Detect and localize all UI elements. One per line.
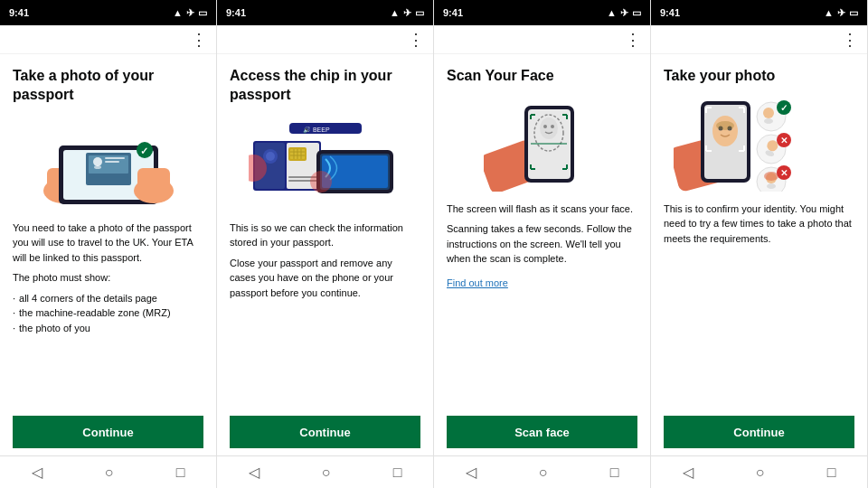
- status-icons-1: ▲ ✈ ▭: [173, 7, 207, 19]
- more-options-icon[interactable]: ⋮: [191, 32, 207, 48]
- screen-title-4: Take your photo: [664, 67, 854, 86]
- find-out-more-link[interactable]: Find out more: [447, 276, 508, 291]
- signal-icon-2: ✈: [403, 7, 411, 19]
- svg-text:✓: ✓: [140, 145, 148, 156]
- svg-rect-8: [105, 157, 125, 159]
- svg-point-24: [266, 152, 275, 161]
- bullet-list-1: all 4 corners of the details page the ma…: [13, 291, 203, 336]
- status-bar-4: 9:41 ▲ ✈ ▭: [651, 0, 867, 25]
- body-para-1-1: The photo must show:: [13, 270, 203, 286]
- more-options-icon-4[interactable]: ⋮: [842, 32, 858, 48]
- continue-button-2[interactable]: Continue: [230, 416, 420, 448]
- body-para-2-1: Close your passport and remove any cases…: [230, 256, 420, 301]
- svg-rect-11: [89, 180, 128, 182]
- home-nav-3[interactable]: ○: [539, 465, 548, 481]
- recents-nav-3[interactable]: □: [610, 465, 619, 481]
- home-nav-1[interactable]: ○: [105, 465, 114, 481]
- body-para-3-0: The screen will flash as it scans your f…: [447, 202, 637, 217]
- svg-rect-10: [89, 176, 128, 178]
- svg-text:✓: ✓: [780, 103, 788, 113]
- screen-title-1: Take a photo of your passport: [13, 67, 203, 105]
- status-icons-3: ▲ ✈ ▭: [607, 7, 641, 19]
- svg-point-41: [540, 117, 558, 139]
- battery-icon: ▭: [198, 7, 207, 19]
- svg-point-43: [551, 125, 554, 128]
- continue-button-1[interactable]: Continue: [13, 416, 203, 448]
- svg-point-65: [764, 172, 778, 181]
- battery-icon-3: ▭: [632, 7, 641, 19]
- status-icons-4: ▲ ✈ ▭: [824, 7, 858, 19]
- signal-icon: ✈: [186, 7, 194, 19]
- svg-rect-9: [105, 161, 119, 163]
- nav-bar-3: ◁ ○ □: [434, 455, 650, 488]
- content-4: Take your photo: [651, 54, 867, 455]
- wifi-icon-3: ▲: [607, 7, 617, 18]
- body-para-1-0: You need to take a photo of the passport…: [13, 221, 203, 266]
- menu-bar-1: ⋮: [0, 25, 216, 54]
- svg-point-51: [716, 121, 734, 130]
- time-4: 9:41: [660, 7, 680, 18]
- status-icons-2: ▲ ✈ ▭: [390, 7, 424, 19]
- battery-icon-2: ▭: [415, 7, 424, 19]
- panel-chip: 9:41 ▲ ✈ ▭ ⋮ Access the chip in your pas…: [217, 0, 434, 488]
- nav-bar-1: ◁ ○ □: [0, 455, 216, 488]
- recents-nav-2[interactable]: □: [393, 465, 402, 481]
- status-bar-3: 9:41 ▲ ✈ ▭: [434, 0, 650, 25]
- nav-bar-4: ◁ ○ □: [651, 455, 867, 488]
- wifi-icon-2: ▲: [390, 7, 400, 18]
- bullet-1-2: the photo of you: [13, 321, 203, 336]
- content-3: Scan Your Face: [434, 54, 650, 455]
- more-options-icon-3[interactable]: ⋮: [625, 32, 641, 48]
- illustration-passport: ✓: [13, 114, 203, 213]
- svg-text:🔊 BEEP: 🔊 BEEP: [303, 126, 330, 134]
- body-text-4: This is to confirm your identity. You mi…: [664, 202, 854, 410]
- home-nav-4[interactable]: ○: [756, 465, 765, 481]
- signal-icon-3: ✈: [620, 7, 628, 19]
- body-para-4-0: This is to confirm your identity. You mi…: [664, 202, 854, 247]
- svg-point-54: [764, 118, 773, 124]
- menu-bar-4: ⋮: [651, 25, 867, 54]
- panel-photo: 9:41 ▲ ✈ ▭ ⋮ Take your photo: [651, 0, 868, 488]
- back-nav-4[interactable]: ◁: [683, 464, 693, 481]
- time-1: 9:41: [9, 7, 29, 18]
- bullet-1-0: all 4 corners of the details page: [13, 291, 203, 306]
- signal-icon-4: ✈: [837, 7, 845, 19]
- svg-point-36: [310, 171, 332, 192]
- body-para-2-0: This is so we can check the information …: [230, 221, 420, 250]
- back-nav-2[interactable]: ◁: [249, 464, 259, 481]
- body-text-1: You need to take a photo of the passport…: [13, 221, 203, 410]
- status-bar-1: 9:41 ▲ ✈ ▭: [0, 0, 216, 25]
- recents-nav-1[interactable]: □: [176, 465, 185, 481]
- body-text-2: This is so we can check the information …: [230, 221, 420, 410]
- content-1: Take a photo of your passport: [0, 54, 216, 455]
- svg-point-42: [543, 125, 547, 128]
- menu-bar-2: ⋮: [217, 25, 433, 54]
- menu-bar-3: ⋮: [434, 25, 650, 54]
- back-nav-3[interactable]: ◁: [466, 464, 476, 481]
- illustration-face: [447, 95, 637, 194]
- wifi-icon-4: ▲: [824, 7, 834, 18]
- svg-text:✕: ✕: [780, 168, 788, 178]
- body-text-3: The screen will flash as it scans your f…: [447, 202, 637, 410]
- continue-button-4[interactable]: Continue: [664, 416, 854, 448]
- time-3: 9:41: [443, 7, 463, 18]
- svg-point-64: [767, 183, 776, 189]
- more-options-icon-2[interactable]: ⋮: [408, 32, 424, 48]
- content-2: Access the chip in your passport 🔊 BEEP: [217, 54, 433, 455]
- svg-rect-34: [322, 155, 388, 188]
- battery-icon-4: ▭: [849, 7, 858, 19]
- home-nav-2[interactable]: ○: [322, 465, 331, 481]
- scan-face-button[interactable]: Scan face: [447, 416, 637, 448]
- illustration-photo: ✓ ✕ ✕: [664, 95, 854, 194]
- bullet-1-1: the machine-readable zone (MRZ): [13, 305, 203, 321]
- svg-point-7: [94, 165, 101, 169]
- recents-nav-4[interactable]: □: [827, 465, 836, 481]
- svg-point-48: [712, 116, 738, 146]
- back-nav-1[interactable]: ◁: [32, 464, 42, 481]
- nav-bar-2: ◁ ○ □: [217, 455, 433, 488]
- svg-text:✕: ✕: [780, 136, 788, 145]
- screen-title-2: Access the chip in your passport: [230, 67, 420, 105]
- screen-title-3: Scan Your Face: [447, 67, 637, 86]
- panel-face: 9:41 ▲ ✈ ▭ ⋮ Scan Your Face: [434, 0, 651, 488]
- status-bar-2: 9:41 ▲ ✈ ▭: [217, 0, 433, 25]
